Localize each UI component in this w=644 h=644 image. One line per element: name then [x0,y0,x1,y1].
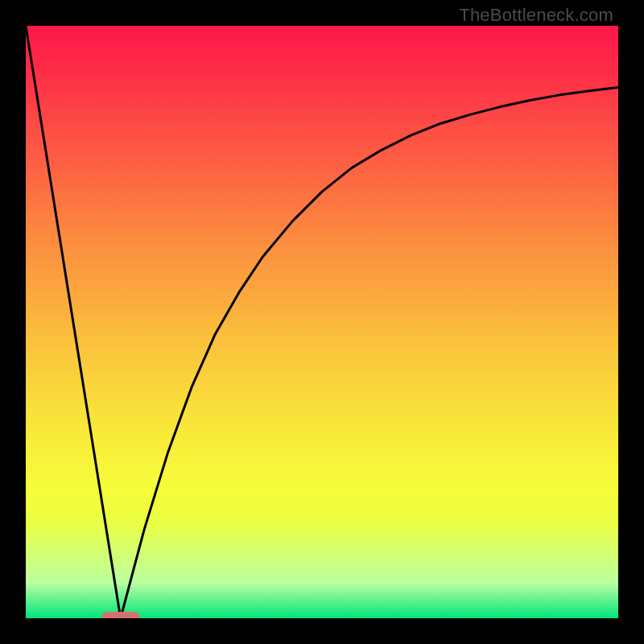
plot-area [26,26,618,618]
curve-layer [26,26,618,618]
bottleneck-curve [26,26,618,618]
series-left-arm [26,26,121,618]
series-right-arm [121,88,618,618]
watermark-text: TheBottleneck.com [459,5,613,26]
chart-frame: TheBottleneck.com [0,0,644,644]
optimal-point-marker [101,612,140,618]
